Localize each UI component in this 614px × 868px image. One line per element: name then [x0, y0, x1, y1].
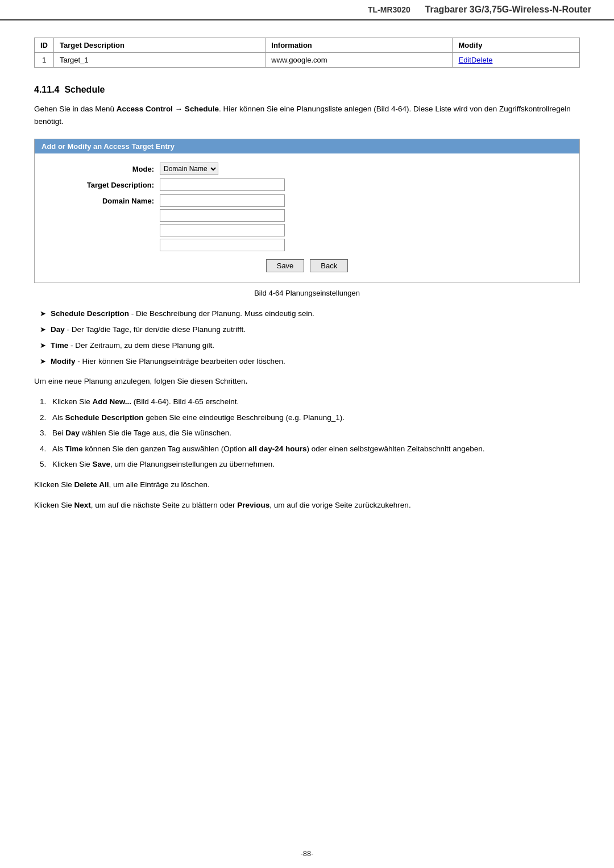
page-footer: -88-	[0, 849, 614, 858]
edit-link[interactable]: Edit	[458, 56, 471, 64]
step-4: 4. Als Time können Sie den ganzen Tag au…	[40, 443, 580, 455]
delete-all-para: Klicken Sie Delete All, um alle Einträge…	[34, 479, 580, 491]
target-table: ID Target Description Information Modify…	[34, 38, 580, 68]
step-2: 2. Als Schedule Description geben Sie ei…	[40, 412, 580, 424]
domain-input-1[interactable]	[160, 194, 285, 207]
cell-description: Target_1	[54, 53, 265, 68]
mode-row: Mode: Domain Name IP Address	[46, 163, 568, 175]
mode-select[interactable]: Domain Name IP Address	[160, 163, 218, 175]
domain-inputs-group	[160, 194, 285, 251]
model-name: TL-MR3020	[368, 5, 410, 14]
arrow-icon-2: ➤	[40, 324, 46, 336]
col-id: ID	[35, 38, 54, 53]
domain-name-row: Domain Name:	[46, 194, 568, 251]
form-box-body: Mode: Domain Name IP Address Target Desc…	[35, 153, 579, 283]
delete-link[interactable]: Delete	[471, 56, 493, 64]
bullet-item-day: ➤ Day - Der Tag/die Tage, für den/die di…	[40, 323, 580, 336]
arrow-icon-4: ➤	[40, 356, 46, 368]
form-box: Add or Modify an Access Target Entry Mod…	[34, 139, 580, 283]
target-desc-label: Target Description:	[46, 178, 160, 191]
domain-input-2[interactable]	[160, 209, 285, 222]
steps-list: 1. Klicken Sie Add New... (Bild 4-64). B…	[34, 396, 580, 471]
page-header: TL-MR3020 Tragbarer 3G/3,75G-Wireless-N-…	[0, 0, 614, 20]
page-title: Tragbarer 3G/3,75G-Wireless-N-Router	[425, 5, 591, 15]
col-information: Information	[265, 38, 453, 53]
cell-modify: EditDelete	[453, 53, 580, 68]
form-buttons: Save Back	[46, 259, 568, 272]
col-target-desc: Target Description	[54, 38, 265, 53]
step-1: 1. Klicken Sie Add New... (Bild 4-64). B…	[40, 396, 580, 408]
target-desc-row: Target Description:	[46, 178, 568, 191]
arrow-icon-3: ➤	[40, 340, 46, 352]
step-5: 5. Klicken Sie Save, um die Planungseins…	[40, 458, 580, 471]
cell-information: www.google.com	[265, 53, 453, 68]
save-button[interactable]: Save	[266, 259, 305, 272]
bullet-item-schedule-desc: ➤ Schedule Description - Die Beschreibun…	[40, 308, 580, 320]
cell-id: 1	[35, 53, 54, 68]
back-button[interactable]: Back	[310, 259, 348, 272]
col-modify: Modify	[453, 38, 580, 53]
form-box-header: Add or Modify an Access Target Entry	[35, 139, 579, 153]
bullet-item-modify: ➤ Modify - Hier können Sie Planungseintr…	[40, 355, 580, 368]
bullet-item-time: ➤ Time - Der Zeitraum, zu dem diese Plan…	[40, 339, 580, 352]
bullet-list: ➤ Schedule Description - Die Beschreibun…	[34, 308, 580, 367]
arrow-icon-1: ➤	[40, 308, 46, 320]
domain-input-3[interactable]	[160, 224, 285, 236]
step-3: 3. Bei Day wählen Sie die Tage aus, die …	[40, 427, 580, 439]
section-heading: 4.11.4 Schedule	[34, 85, 580, 95]
domain-input-4[interactable]	[160, 239, 285, 251]
page-number: -88-	[300, 849, 313, 858]
intro-paragraph: Gehen Sie in das Menü Access Control → S…	[34, 103, 580, 127]
mode-label: Mode:	[46, 163, 160, 175]
domain-name-label: Domain Name:	[46, 194, 160, 207]
steps-intro: Um eine neue Planung anzulegen, folgen S…	[34, 375, 580, 388]
main-content: ID Target Description Information Modify…	[0, 32, 614, 542]
target-desc-input[interactable]	[160, 178, 285, 191]
figure-caption: Bild 4-64 Planungseinstellungen	[34, 289, 580, 297]
table-row: 1 Target_1 www.google.com EditDelete	[35, 53, 580, 68]
next-previous-para: Klicken Sie Next, um auf die nächste Sei…	[34, 499, 580, 512]
